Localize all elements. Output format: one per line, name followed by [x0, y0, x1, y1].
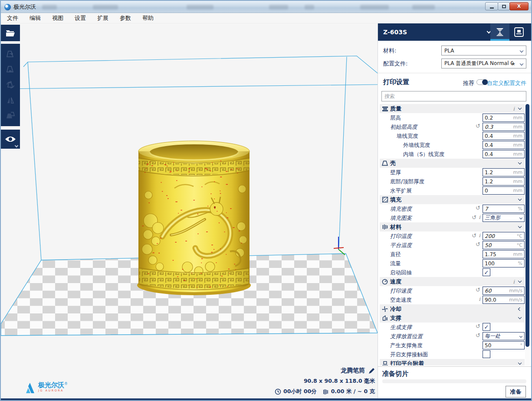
setting-checkbox[interactable]: ✓ — [483, 268, 490, 276]
setting-input[interactable]: 0mm — [483, 186, 525, 195]
setting-row: 内墙（S）线宽度0.4mm — [378, 150, 532, 159]
title-bar[interactable]: 极光尔沃 X — [1, 1, 531, 13]
menu-view[interactable]: 视图 — [52, 14, 63, 22]
viewport-canvas[interactable] — [1, 23, 379, 399]
info-icon[interactable]: i — [479, 214, 480, 220]
open-file-button[interactable] — [1, 25, 20, 41]
setting-label: 开启支撑接触面 — [390, 351, 428, 359]
material-dropdown[interactable]: PLA — [441, 46, 526, 55]
reset-to-default-icon[interactable]: ↺ — [476, 287, 480, 293]
setting-input[interactable]: 0.2mm — [483, 114, 525, 122]
glass-reflection — [412, 5, 435, 10]
setting-input[interactable]: 0.3mm — [483, 123, 525, 131]
settings-section-speed[interactable]: 速度i — [380, 277, 525, 286]
minimize-button[interactable] — [485, 2, 498, 10]
tab-printer-monitor[interactable] — [509, 23, 529, 41]
setting-label: 底部/顶部厚度 — [390, 178, 424, 186]
setting-input[interactable]: 50° — [483, 341, 525, 349]
rotate-tool-icon[interactable] — [5, 79, 16, 91]
chevron-down-icon — [518, 225, 522, 228]
maximize-button[interactable] — [498, 2, 510, 10]
menu-file[interactable]: 文件 — [7, 14, 18, 22]
rename-pencil-icon[interactable] — [368, 368, 375, 374]
info-icon[interactable]: i — [513, 106, 515, 112]
setting-input[interactable]: 50°C — [483, 241, 525, 249]
custom-profile-link[interactable]: 自定义配置文件 — [487, 79, 526, 87]
setting-input[interactable]: 0.4mm — [483, 132, 525, 140]
setting-checkbox[interactable]: ✓ — [483, 323, 490, 331]
setting-row: 初始层高度↺0.3mm — [378, 122, 532, 131]
prepare-button[interactable]: 准备 — [506, 386, 526, 398]
info-icon[interactable]: i — [479, 296, 480, 302]
scale-tool-icon[interactable] — [5, 64, 16, 75]
settings-section-infill[interactable]: 填充 — [380, 195, 525, 204]
reset-to-default-icon[interactable]: ↺ — [476, 333, 480, 338]
move-tool-icon[interactable] — [5, 49, 16, 60]
setting-input[interactable]: 1.2mm — [483, 168, 525, 176]
speed-icon — [381, 279, 389, 285]
setting-row: 底部/顶部厚度1.2mm — [378, 177, 532, 186]
menu-parameters[interactable]: 参数 — [120, 14, 131, 22]
setting-input[interactable]: 90.0mm/s — [483, 296, 525, 304]
setting-label: 外墙线宽度 — [403, 142, 430, 149]
setting-input[interactable]: 200°C — [483, 232, 525, 240]
settings-section-adhesion[interactable]: 打印平台附着 — [380, 359, 525, 365]
menu-settings[interactable]: 设置 — [75, 14, 86, 22]
setting-row: 平台温度↺50°C — [378, 241, 532, 250]
menu-extensions[interactable]: 扩展 — [97, 14, 108, 22]
reset-to-default-icon[interactable]: ↺ — [472, 233, 476, 238]
search-input[interactable] — [381, 91, 526, 101]
setting-input[interactable]: 1.75mm — [483, 250, 525, 258]
setting-label: 空走速度 — [390, 297, 412, 304]
menu-edit[interactable]: 编辑 — [30, 14, 41, 22]
machine-selector[interactable]: Z-603S — [378, 23, 531, 41]
mirror-tool-icon[interactable] — [5, 95, 16, 106]
settings-section-quality[interactable]: 质量i — [380, 104, 525, 113]
material-label: 材料: — [383, 47, 396, 55]
reset-to-default-icon[interactable]: ↺ — [476, 323, 480, 329]
menu-help[interactable]: 帮助 — [142, 14, 154, 22]
settings-scrollbar[interactable] — [525, 104, 530, 365]
model-3d[interactable] — [137, 141, 251, 295]
glass-reflection — [305, 5, 314, 10]
per-model-settings-icon[interactable] — [5, 110, 16, 121]
setting-input[interactable]: 0.4mm — [483, 141, 525, 149]
setting-label: 填充图案 — [390, 215, 412, 222]
info-icon[interactable]: i — [513, 279, 515, 285]
support-icon — [381, 315, 389, 321]
setting-input[interactable]: 7% — [483, 205, 525, 213]
tab-prepare-slice[interactable] — [490, 23, 509, 41]
reset-to-default-icon[interactable]: ↺ — [472, 215, 476, 220]
unit-label: mm — [513, 151, 522, 157]
reset-to-default-icon[interactable]: ↺ — [476, 123, 480, 129]
setting-input[interactable]: 1.2mm — [483, 177, 525, 186]
settings-list: 质量i层高0.2mm初始层高度↺0.3mm墙线宽度0.4mm外墙线宽度0.4mm… — [378, 104, 532, 365]
glass-reflection — [269, 5, 288, 10]
chevron-down-icon — [15, 144, 18, 147]
view-mode-button[interactable] — [1, 130, 20, 149]
scrollbar-thumb[interactable] — [525, 104, 529, 347]
info-icon[interactable]: i — [479, 232, 480, 238]
setting-label: 填充密度 — [390, 205, 412, 213]
recommended-toggle[interactable] — [476, 79, 488, 85]
brand-name: 极光尔沃 — [38, 381, 64, 389]
settings-section-material[interactable]: 材料 — [380, 222, 525, 231]
profile-dropdown[interactable]: PLA 普通质量(PLA Normal Qua ★ — [441, 59, 526, 68]
viewport-3d[interactable]: 龙腾笔筒 90.8 x 90.8 x 118.0 毫米 00小时 00分 — [1, 23, 379, 399]
unit-label: ° — [520, 342, 523, 348]
reset-to-default-icon[interactable]: ↺ — [476, 241, 480, 247]
setting-input[interactable]: 0.4mm — [483, 150, 525, 158]
close-button[interactable]: X — [509, 2, 529, 10]
settings-section-cooling[interactable]: 冷却 — [380, 304, 525, 313]
settings-section-shell[interactable]: 壳 — [380, 159, 525, 168]
model-name: 龙腾笔筒 — [341, 367, 365, 375]
setting-input[interactable]: 60mm/s — [483, 287, 525, 295]
setting-dropdown[interactable]: 每一处 — [483, 332, 525, 340]
brand-logo: 极光尔沃® JG AURORA — [25, 382, 68, 395]
section-label: 填充 — [390, 196, 401, 204]
setting-input[interactable]: 100% — [483, 259, 525, 267]
setting-dropdown[interactable]: 三角形 — [483, 214, 525, 222]
setting-checkbox[interactable] — [483, 350, 490, 358]
settings-section-support[interactable]: 支撑 — [380, 313, 525, 323]
reset-to-default-icon[interactable]: ↺ — [476, 205, 480, 211]
